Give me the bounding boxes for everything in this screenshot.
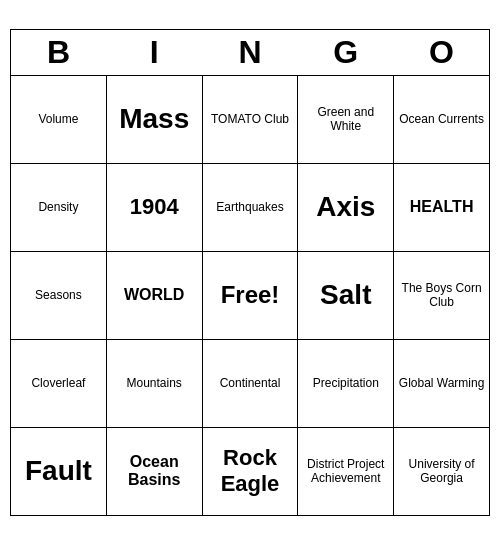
cell-r4-c1: Ocean Basins [106, 427, 202, 515]
cell-r2-c1: WORLD [106, 251, 202, 339]
cell-r4-c4: University of Georgia [394, 427, 490, 515]
cell-r1-c0: Density [11, 163, 107, 251]
cell-r0-c1: Mass [106, 75, 202, 163]
cell-r2-c2: Free! [202, 251, 298, 339]
cell-r1-c3: Axis [298, 163, 394, 251]
header-b: B [11, 29, 107, 75]
cell-r4-c3: District Project Achievement [298, 427, 394, 515]
header-o: O [394, 29, 490, 75]
cell-r2-c0: Seasons [11, 251, 107, 339]
cell-r3-c2: Continental [202, 339, 298, 427]
header-g: G [298, 29, 394, 75]
cell-r4-c2: Rock Eagle [202, 427, 298, 515]
bingo-card: B I N G O VolumeMassTOMATO ClubGreen and… [10, 29, 490, 516]
cell-r1-c2: Earthquakes [202, 163, 298, 251]
cell-r1-c1: 1904 [106, 163, 202, 251]
cell-r0-c3: Green and White [298, 75, 394, 163]
cell-r0-c4: Ocean Currents [394, 75, 490, 163]
cell-r3-c3: Precipitation [298, 339, 394, 427]
header-i: I [106, 29, 202, 75]
cell-r0-c0: Volume [11, 75, 107, 163]
cell-r3-c4: Global Warming [394, 339, 490, 427]
cell-r3-c1: Mountains [106, 339, 202, 427]
cell-r2-c4: The Boys Corn Club [394, 251, 490, 339]
cell-r3-c0: Cloverleaf [11, 339, 107, 427]
header-n: N [202, 29, 298, 75]
cell-r1-c4: HEALTH [394, 163, 490, 251]
bingo-grid: B I N G O VolumeMassTOMATO ClubGreen and… [10, 29, 490, 516]
cell-r0-c2: TOMATO Club [202, 75, 298, 163]
cell-r4-c0: Fault [11, 427, 107, 515]
cell-r2-c3: Salt [298, 251, 394, 339]
